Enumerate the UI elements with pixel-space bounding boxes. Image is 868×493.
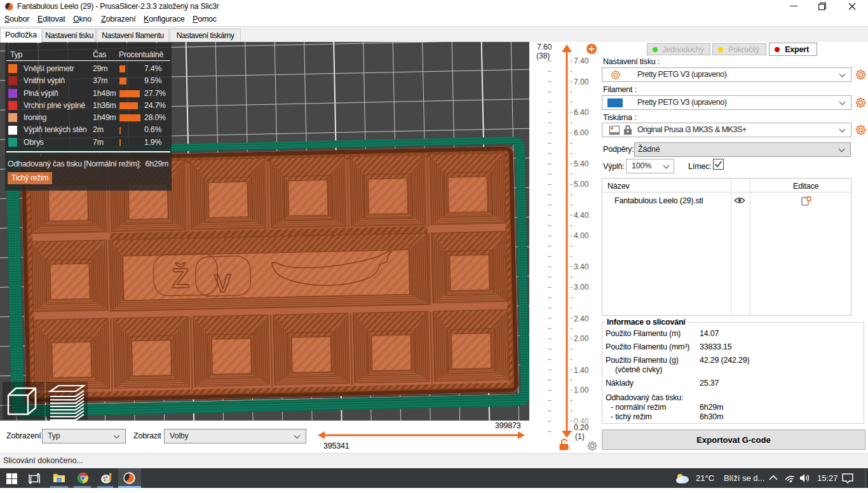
svg-text:Ž: Ž — [172, 262, 189, 294]
svg-text:5.40: 5.40 — [574, 159, 589, 168]
svg-text:1.40: 1.40 — [574, 366, 589, 375]
svg-text:6.00: 6.00 — [574, 128, 589, 137]
svg-text:3.40: 3.40 — [574, 262, 589, 271]
svg-text:4.00: 4.00 — [574, 231, 589, 240]
svg-text:6.40: 6.40 — [574, 108, 589, 117]
svg-text:V: V — [214, 269, 232, 297]
svg-text:4.40: 4.40 — [574, 211, 589, 220]
svg-text:0.20: 0.20 — [574, 423, 589, 432]
svg-text:7.60: 7.60 — [537, 43, 552, 51]
svg-text:1.00: 1.00 — [574, 386, 589, 395]
svg-text:7.00: 7.00 — [574, 78, 589, 86]
svg-text:(1): (1) — [575, 432, 585, 441]
svg-text:7.40: 7.40 — [574, 57, 589, 65]
svg-text:(38): (38) — [536, 51, 550, 60]
svg-text:3.00: 3.00 — [574, 283, 589, 292]
svg-text:5.00: 5.00 — [574, 180, 589, 189]
svg-text:2.40: 2.40 — [574, 314, 589, 323]
svg-text:2.00: 2.00 — [574, 334, 589, 343]
